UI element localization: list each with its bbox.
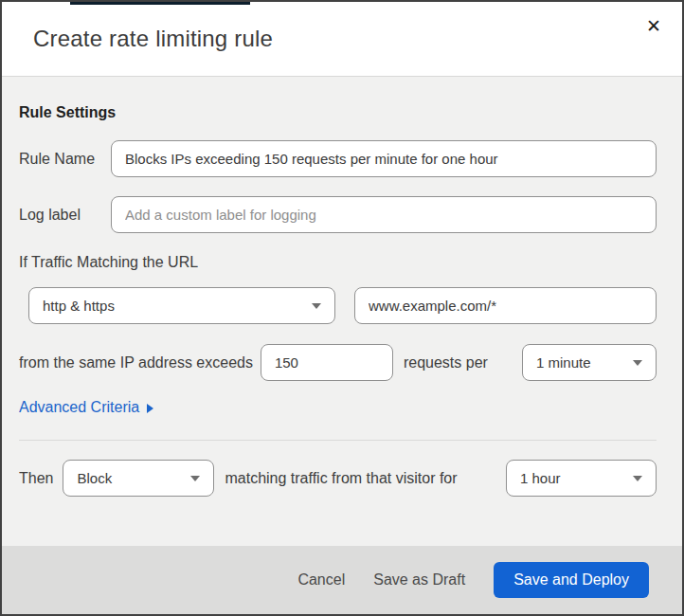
request-count-input[interactable] [261, 344, 393, 381]
create-rate-limiting-rule-dialog: Create rate limiting rule ✕ Rule Setting… [0, 0, 684, 616]
dialog-footer: Cancel Save as Draft Save and Deploy [2, 546, 682, 614]
close-icon: ✕ [646, 16, 661, 36]
section-divider [19, 440, 657, 441]
scheme-select[interactable]: http & https [28, 287, 335, 324]
rule-name-label: Rule Name [19, 151, 111, 168]
dialog-title: Create rate limiting rule [33, 26, 273, 52]
then-label: Then [19, 470, 53, 487]
save-as-draft-button[interactable]: Save as Draft [373, 571, 465, 589]
requests-per-text: requests per [404, 354, 488, 371]
action-select-value: Block [77, 470, 112, 486]
duration-select-value: 1 hour [520, 470, 561, 486]
caret-down-icon [633, 476, 642, 481]
caret-down-icon [190, 476, 200, 481]
period-select-value: 1 minute [536, 354, 591, 371]
matching-traffic-text: matching traffic from that visitor for [225, 470, 457, 487]
duration-select[interactable]: 1 hour [506, 460, 657, 497]
advanced-criteria-link[interactable]: Advanced Criteria [19, 399, 153, 416]
dialog-header: Create rate limiting rule ✕ [2, 2, 682, 77]
close-button[interactable]: ✕ [639, 9, 669, 43]
cancel-button[interactable]: Cancel [297, 571, 345, 589]
save-and-deploy-button[interactable]: Save and Deploy [494, 562, 649, 598]
action-select[interactable]: Block [63, 460, 214, 497]
url-input[interactable] [354, 287, 657, 324]
threshold-row: from the same IP address exceeds request… [19, 344, 657, 381]
section-heading: Rule Settings [19, 104, 657, 121]
background-page-strip [70, 2, 250, 5]
caret-down-icon [633, 360, 642, 366]
advanced-criteria-label: Advanced Criteria [19, 399, 139, 416]
log-label-label: Log label [19, 207, 111, 224]
traffic-matching-heading: If Traffic Matching the URL [19, 254, 657, 271]
period-select[interactable]: 1 minute [522, 344, 657, 381]
rule-name-row: Rule Name [19, 140, 657, 177]
log-label-input[interactable] [111, 196, 657, 233]
url-match-row: http & https [28, 287, 657, 324]
caret-down-icon [312, 303, 321, 309]
threshold-prefix-text: from the same IP address exceeds [19, 354, 253, 371]
expand-right-icon [147, 404, 153, 413]
scheme-select-value: http & https [43, 298, 115, 314]
rule-name-input[interactable] [111, 140, 657, 177]
dialog-body: Rule Settings Rule Name Log label If Tra… [2, 77, 682, 546]
log-label-row: Log label [19, 196, 657, 233]
then-action-row: Then Block matching traffic from that vi… [19, 460, 657, 497]
